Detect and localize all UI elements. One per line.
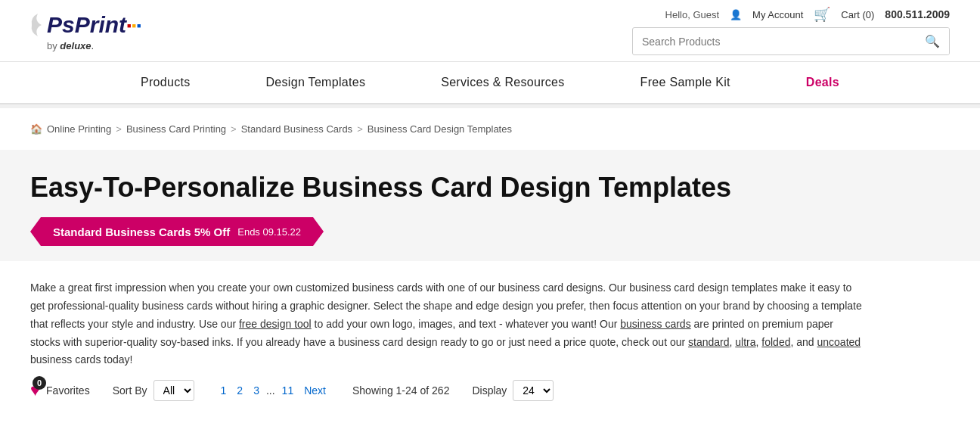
account-person-icon: 👤 [730, 9, 742, 20]
description-part2: to add your own logo, images, and text -… [312, 318, 621, 330]
logo-text: PsPrint■■■ [47, 12, 141, 38]
page-2-link[interactable]: 2 [233, 383, 247, 398]
page-3-link[interactable]: 3 [250, 383, 263, 398]
folded-link[interactable]: folded [761, 336, 790, 348]
main-content: 🏠 Online Printing > Business Card Printi… [0, 108, 980, 448]
promo-ends: Ends 09.15.22 [237, 226, 301, 238]
and-text: , and [790, 336, 817, 348]
breadcrumb-separator-2: > [231, 123, 237, 135]
favorites-label: Favorites [46, 384, 90, 397]
phone-number: 800.511.2009 [885, 8, 950, 20]
display-select[interactable]: 24 48 96 [513, 380, 554, 401]
breadcrumb-business-card-printing[interactable]: Business Card Printing [126, 123, 226, 135]
standard-link[interactable]: standard [688, 336, 729, 348]
nav-products[interactable]: Products [133, 62, 198, 103]
header-right: Hello, Guest 👤 My Account 🛒 Cart (0) 800… [632, 6, 950, 55]
breadcrumb-standard-business-cards[interactable]: Standard Business Cards [241, 123, 352, 135]
page-1-link[interactable]: 1 [217, 383, 231, 398]
breadcrumb-online-printing[interactable]: Online Printing [47, 123, 111, 135]
page-title: Easy-To-Personalize Business Card Design… [30, 171, 950, 204]
home-icon: 🏠 [30, 123, 42, 135]
logo-wing-icon [30, 10, 45, 40]
search-input[interactable] [633, 30, 916, 54]
pagination: 1 2 3 ... 11 Next [217, 383, 330, 398]
content-area: Make a great first impression when you c… [0, 261, 980, 427]
header: PsPrint■■■ by deluxe. Hello, Guest 👤 My … [0, 0, 980, 61]
bottom-toolbar: ♥ 0 Favorites Sort By All 1 2 3 ... 11 N… [30, 369, 950, 412]
breadcrumb: 🏠 Online Printing > Business Card Printi… [30, 123, 950, 135]
description-part4: business cards today! [30, 353, 132, 366]
showing-text: Showing 1-24 of 262 [352, 384, 449, 397]
nav-services-resources[interactable]: Services & Resources [433, 62, 572, 103]
breadcrumb-separator-3: > [357, 123, 363, 135]
nav-deals[interactable]: Deals [799, 62, 847, 103]
promo-left-arrow [30, 217, 41, 246]
logo-sub: by deluxe. [47, 40, 141, 51]
ultra-link[interactable]: ultra [735, 336, 755, 348]
logo[interactable]: PsPrint■■■ by deluxe. [30, 10, 141, 51]
page-heading-area: Easy-To-Personalize Business Card Design… [0, 150, 980, 261]
favorites-count: 0 [33, 376, 46, 390]
pagination-ellipsis: ... [266, 384, 275, 397]
page-11-link[interactable]: 11 [278, 383, 298, 398]
pagination-next[interactable]: Next [300, 383, 330, 398]
sort-by-label: Sort By [113, 384, 147, 397]
promo-banner-wrapper: Standard Business Cards 5% Off Ends 09.1… [30, 217, 324, 246]
display-control: Display 24 48 96 [472, 380, 554, 401]
breadcrumb-design-templates[interactable]: Business Card Design Templates [368, 123, 512, 135]
search-bar: 🔍 [632, 27, 950, 55]
uncoated-link[interactable]: uncoated [817, 336, 861, 348]
display-label: Display [472, 384, 507, 397]
free-design-tool-link[interactable]: free design tool [239, 318, 312, 330]
search-button[interactable]: 🔍 [916, 28, 949, 54]
sort-by-select[interactable]: All [154, 380, 194, 401]
sort-by-control: Sort By All [113, 380, 194, 401]
business-cards-link[interactable]: business cards [620, 318, 690, 330]
description-text: Make a great first impression when you c… [30, 279, 862, 369]
nav-free-sample-kit[interactable]: Free Sample Kit [633, 62, 738, 103]
breadcrumb-separator-1: > [116, 123, 122, 135]
greeting-text: Hello, Guest [665, 9, 720, 20]
heart-badge: ♥ 0 [30, 381, 40, 400]
nav-design-templates[interactable]: Design Templates [259, 62, 374, 103]
main-navigation: Products Design Templates Services & Res… [0, 61, 980, 104]
my-account-link[interactable]: My Account [752, 9, 803, 20]
promo-label: Standard Business Cards 5% Off [53, 226, 230, 238]
favorites-button[interactable]: ♥ 0 Favorites [30, 381, 90, 400]
promo-right-arrow [313, 217, 324, 246]
cart-link[interactable]: Cart (0) [841, 9, 874, 20]
search-icon: 🔍 [925, 35, 940, 48]
cart-icon: 🛒 [814, 6, 830, 23]
account-bar: Hello, Guest 👤 My Account 🛒 Cart (0) 800… [665, 6, 950, 23]
promo-banner: Standard Business Cards 5% Off Ends 09.1… [41, 217, 313, 246]
